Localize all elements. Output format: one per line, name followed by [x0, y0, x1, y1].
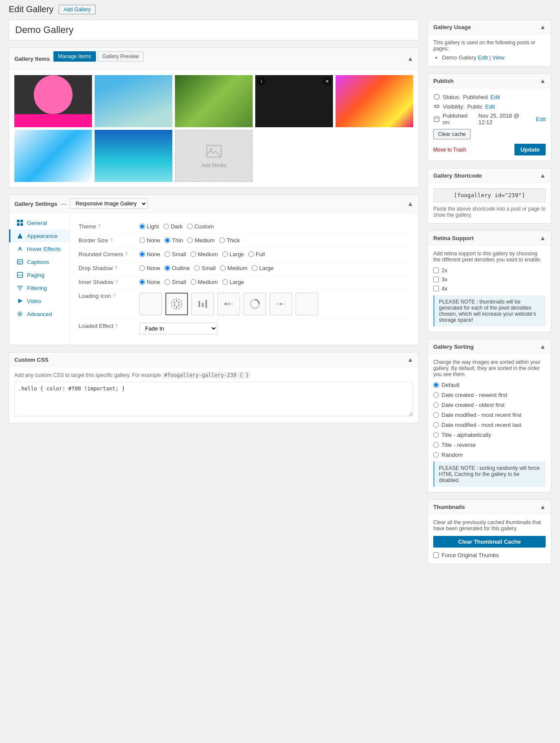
thumbnails-toggle[interactable]: ▲ — [540, 503, 546, 510]
nav-advanced[interactable]: Advanced — [9, 307, 69, 320]
loading-icon-4[interactable] — [244, 293, 266, 315]
shadow-none[interactable]: None — [139, 265, 160, 271]
loading-icon-0[interactable] — [139, 293, 162, 315]
retina-support-toggle[interactable]: ▲ — [540, 234, 546, 241]
update-button[interactable]: Update — [514, 144, 546, 155]
inner-shadow-help-icon[interactable]: ? — [115, 279, 118, 285]
gallery-usage-view-link[interactable]: View — [492, 54, 504, 61]
retina-4x-label: 4x — [441, 285, 448, 292]
nav-paging[interactable]: Paging — [9, 268, 69, 281]
custom-css-toggle[interactable]: ▲ — [407, 356, 413, 363]
shadow-outline[interactable]: Outline — [165, 265, 190, 271]
loaded-effect-help-icon[interactable]: ? — [115, 323, 118, 329]
visibility-edit[interactable]: Edit — [485, 103, 495, 110]
shortcode-box[interactable]: [foogallery id="239"] — [433, 188, 546, 202]
sort-date-newest-radio[interactable] — [433, 392, 439, 398]
loading-icon-2[interactable] — [191, 293, 214, 315]
sort-date-oldest-radio[interactable] — [433, 402, 439, 408]
drop-shadow-row: Drop Shadow ? None Outline — [79, 261, 410, 275]
manage-items-button[interactable]: Manage Items — [53, 51, 96, 62]
gallery-image-5[interactable] — [336, 75, 413, 127]
loading-icon-3[interactable] — [217, 293, 240, 315]
gallery-items-toggle[interactable]: ▲ — [407, 55, 413, 62]
gallery-sorting-toggle[interactable]: ▲ — [540, 343, 546, 350]
retina-2x-checkbox[interactable] — [433, 267, 439, 273]
inner-medium[interactable]: Medium — [191, 279, 218, 285]
inner-none[interactable]: None — [139, 279, 160, 285]
gallery-image-6[interactable] — [14, 130, 92, 182]
nav-appearance[interactable]: Appearance — [9, 229, 69, 242]
nav-video[interactable]: Video — [9, 294, 69, 307]
gallery-settings-toggle[interactable]: ▲ — [407, 200, 413, 207]
gallery-image-2[interactable] — [95, 75, 172, 127]
shadow-large[interactable]: Large — [252, 265, 273, 271]
corners-none[interactable]: None — [139, 251, 160, 258]
corners-large[interactable]: Large — [222, 251, 244, 258]
drop-shadow-help-icon[interactable]: ? — [115, 265, 118, 271]
gallery-title-input[interactable] — [15, 24, 412, 36]
add-media-placeholder[interactable]: Add Media — [175, 130, 253, 182]
clear-thumbnail-cache-button[interactable]: Clear Thumbnail Cache — [433, 536, 546, 548]
corners-full[interactable]: Full — [248, 251, 265, 258]
nav-captions[interactable]: Captions — [9, 255, 69, 268]
inner-large[interactable]: Large — [222, 279, 244, 285]
sort-modified-recent-radio[interactable] — [433, 412, 439, 418]
publish-status-edit[interactable]: Edit — [491, 94, 500, 100]
gallery-image-info-icon[interactable]: i — [257, 77, 266, 86]
gallery-usage-toggle[interactable]: ▲ — [540, 23, 546, 30]
loading-icon-6[interactable] — [296, 293, 318, 315]
gallery-usage-edit-link[interactable]: Edit — [478, 54, 488, 61]
corners-small[interactable]: Small — [165, 251, 186, 258]
nav-filtering[interactable]: Filtering — [9, 281, 69, 294]
gallery-usage-body: This gallery is used on the following po… — [428, 34, 551, 66]
theme-option-custom[interactable]: Custom — [187, 223, 214, 230]
move-to-trash-link[interactable]: Move to Trash — [433, 147, 466, 153]
loading-icon-help-icon[interactable]: ? — [112, 293, 115, 299]
nav-general[interactable]: General — [9, 216, 69, 229]
theme-help-icon[interactable]: ? — [98, 224, 101, 230]
theme-row: Theme ? Light Dark — [79, 220, 410, 234]
border-thick[interactable]: Thick — [219, 237, 240, 244]
svg-point-29 — [283, 303, 285, 305]
shadow-small[interactable]: Small — [194, 265, 216, 271]
gallery-image-7[interactable] — [95, 130, 172, 182]
shadow-medium[interactable]: Medium — [220, 265, 247, 271]
gallery-image-close-icon[interactable]: ✕ — [323, 77, 331, 86]
rounded-corners-help-icon[interactable]: ? — [125, 251, 128, 258]
sort-default-radio[interactable] — [433, 382, 439, 388]
force-original-checkbox[interactable] — [433, 552, 439, 558]
inner-small[interactable]: Small — [165, 279, 186, 285]
add-gallery-button[interactable]: Add Gallery — [59, 5, 96, 14]
theme-option-dark[interactable]: Dark — [163, 223, 182, 230]
gallery-preview-button[interactable]: Gallery Preview — [98, 51, 144, 62]
nav-hover-effects[interactable]: Hover Effects — [9, 242, 69, 255]
retina-3x-checkbox[interactable] — [433, 277, 439, 282]
border-medium[interactable]: Medium — [187, 237, 214, 244]
published-edit[interactable]: Edit — [536, 116, 546, 122]
retina-4x-checkbox[interactable] — [433, 286, 439, 291]
corners-medium[interactable]: Medium — [191, 251, 218, 258]
clear-cache-button[interactable]: Clear cache — [433, 129, 471, 139]
sort-date-newest: Date created - newest first — [433, 392, 546, 398]
gallery-sorting-panel: Gallery Sorting ▲ Change the way images … — [428, 339, 551, 492]
sort-random-radio[interactable] — [433, 452, 439, 458]
sort-title-alpha-radio[interactable] — [433, 432, 439, 438]
border-size-help-icon[interactable]: ? — [110, 238, 113, 244]
sort-title-reverse-radio[interactable] — [433, 442, 439, 448]
gallery-image-4[interactable]: i ✕ — [255, 75, 333, 127]
gallery-shortcode-toggle[interactable]: ▲ — [540, 172, 546, 179]
publish-toggle[interactable]: ▲ — [540, 77, 546, 84]
gallery-image-1[interactable] — [14, 75, 92, 127]
gallery-type-select[interactable]: Responsive Image Gallery — [70, 198, 148, 209]
border-none[interactable]: None — [139, 237, 160, 244]
gallery-image-3[interactable] — [175, 75, 253, 127]
loaded-effect-select[interactable]: Fade In Slide In None — [139, 323, 217, 334]
sort-modified-last-radio[interactable] — [433, 422, 439, 428]
border-thin[interactable]: Thin — [165, 237, 183, 244]
loading-icon-1[interactable] — [165, 293, 188, 315]
theme-option-light[interactable]: Light — [139, 223, 159, 230]
loading-icon-5[interactable] — [270, 293, 292, 315]
nav-appearance-label: Appearance — [27, 233, 57, 239]
custom-css-textarea[interactable] — [14, 382, 413, 416]
custom-css-example: #foogallery-gallery-239 { } — [162, 372, 250, 379]
